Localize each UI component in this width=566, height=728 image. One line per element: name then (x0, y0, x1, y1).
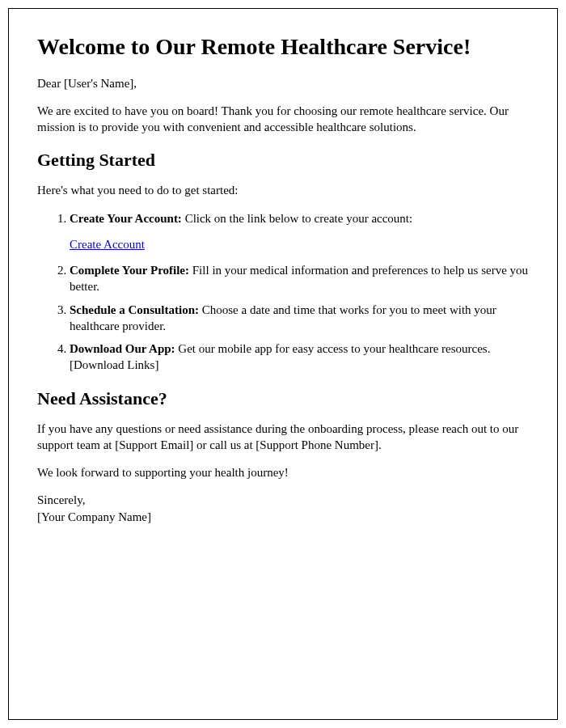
closing-text: We look forward to supporting your healt… (37, 464, 529, 480)
step-item: Create Your Account: Click on the link b… (70, 210, 529, 253)
signature-block: Sincerely, [Your Company Name] (37, 492, 529, 525)
step-text: Click on the link below to create your a… (182, 212, 412, 225)
create-account-link[interactable]: Create Account (70, 238, 145, 251)
step-item: Download Our App: Get our mobile app for… (70, 341, 529, 374)
step-label: Download Our App: (70, 342, 175, 355)
assistance-text: If you have any questions or need assist… (37, 421, 529, 454)
step-label: Create Your Account: (70, 212, 182, 225)
getting-started-intro: Here's what you need to do to get starte… (37, 182, 529, 198)
getting-started-heading: Getting Started (37, 150, 529, 171)
greeting-text: Dear [User's Name], (37, 75, 529, 91)
company-name: [Your Company Name] (37, 510, 151, 523)
step-label: Complete Your Profile: (70, 264, 189, 277)
step-item: Complete Your Profile: Fill in your medi… (70, 262, 529, 295)
page-title: Welcome to Our Remote Healthcare Service… (37, 33, 529, 61)
signoff-line: Sincerely, (37, 493, 85, 506)
step-label: Schedule a Consultation: (70, 303, 199, 316)
steps-list: Create Your Account: Click on the link b… (70, 210, 529, 374)
intro-paragraph: We are excited to have you on board! Tha… (37, 103, 529, 136)
step-item: Schedule a Consultation: Choose a date a… (70, 302, 529, 335)
document-container: Welcome to Our Remote Healthcare Service… (8, 8, 558, 720)
assistance-heading: Need Assistance? (37, 388, 529, 409)
